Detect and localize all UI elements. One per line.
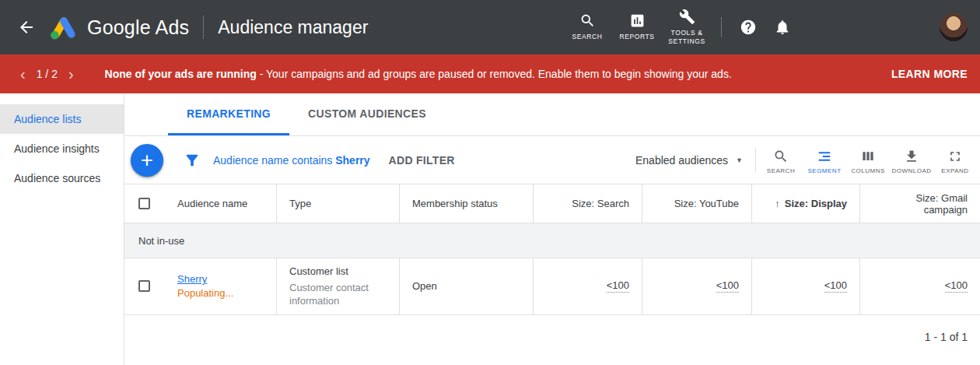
size-youtube-value[interactable]: <100 (716, 279, 739, 293)
size-display-value[interactable]: <100 (824, 279, 847, 293)
membership-status-cell: Open (400, 258, 534, 314)
size-gmail-cell: <100 (860, 258, 980, 314)
search-icon (579, 12, 596, 29)
topbar-tools-settings-label: TOOLS & SETTINGS (662, 29, 712, 47)
topbar-reports-label: REPORTS (619, 33, 654, 41)
filter-value: Sherry (335, 154, 369, 167)
topbar-search-button[interactable]: SEARCH (562, 12, 612, 41)
type-detail: Customer contact information (289, 281, 387, 308)
audience-name-link[interactable]: Sherry (177, 273, 233, 285)
help-icon[interactable] (731, 12, 765, 43)
size-youtube-cell: <100 (642, 258, 752, 314)
topbar-left: Google Ads Audience manager (17, 16, 368, 40)
bar-chart-icon (629, 12, 646, 29)
add-audience-button[interactable]: + (131, 144, 163, 177)
sidebar-item-audience-insights[interactable]: Audience insights (0, 134, 124, 163)
segment-icon (817, 149, 832, 164)
segment-label: SEGMENT (807, 167, 841, 174)
size-search-cell: <100 (534, 258, 642, 314)
header-size-search[interactable]: Size: Search (534, 184, 642, 223)
tab-bar: REMARKETING CUSTOM AUDIENCES (124, 93, 980, 136)
sidebar-item-audience-sources[interactable]: Audience sources (0, 163, 124, 193)
topbar-reports-button[interactable]: REPORTS (612, 12, 662, 41)
main-panel: REMARKETING CUSTOM AUDIENCES + Audience … (124, 93, 980, 365)
type-cell: Customer list Customer contact informati… (277, 258, 400, 314)
filter-funnel-icon[interactable] (184, 152, 201, 169)
brand-name: Google Ads (87, 16, 189, 39)
header-type[interactable]: Type (277, 184, 400, 223)
tab-remarketing[interactable]: REMARKETING (168, 93, 289, 135)
add-filter-button[interactable]: ADD FILTER (389, 154, 455, 167)
google-ads-logo-icon (50, 16, 78, 40)
size-gmail-value[interactable]: <100 (945, 279, 968, 293)
table-row: Sherry Populating... Customer list Custo… (124, 258, 980, 315)
banner-message-bold: None of your ads are running (105, 68, 257, 80)
sort-ascending-icon: ↑ (775, 198, 780, 209)
membership-status-value: Open (412, 280, 437, 292)
audience-filter-value: Enabled audiences (635, 154, 728, 167)
header-membership-status[interactable]: Membership status (400, 184, 534, 223)
toolbar: + Audience name contains Sherry ADD FILT… (124, 136, 980, 184)
notification-banner: ‹ 1 / 2 › None of your ads are running -… (0, 54, 980, 93)
topbar: Google Ads Audience manager SEARCH REPOR… (0, 0, 980, 54)
page-title: Audience manager (218, 17, 368, 38)
learn-more-button[interactable]: LEARN MORE (891, 68, 968, 80)
pager-next-icon[interactable]: › (61, 66, 82, 82)
table-search-label: SEARCH (767, 167, 795, 174)
table-footer: 1 - 1 of 1 (124, 315, 980, 343)
populating-status: Populating... (177, 287, 233, 299)
expand-button[interactable]: EXPAND (933, 146, 977, 174)
group-label: Not in-use (138, 235, 184, 247)
expand-label: EXPAND (941, 167, 968, 174)
expand-icon (947, 149, 963, 164)
table-search-button[interactable]: SEARCH (759, 146, 803, 174)
size-search-value[interactable]: <100 (607, 279, 629, 293)
download-button[interactable]: DOWNLOAD (890, 146, 933, 174)
back-arrow-icon[interactable] (17, 18, 36, 37)
download-icon (904, 149, 919, 164)
filter-label: Audience name contains (213, 154, 332, 167)
sidebar: Audience lists Audience insights Audienc… (0, 93, 124, 365)
topbar-tools-settings-button[interactable]: TOOLS & SETTINGS (662, 9, 712, 47)
download-label: DOWNLOAD (891, 167, 931, 174)
avatar[interactable] (940, 13, 968, 41)
columns-label: COLUMNS (851, 167, 885, 174)
topbar-right: SEARCH REPORTS TOOLS & SETTINGS (562, 9, 968, 47)
topbar-search-label: SEARCH (572, 33, 602, 41)
wrench-icon (679, 9, 695, 25)
columns-icon (860, 149, 876, 164)
header-size-display[interactable]: ↑ Size: Display (752, 184, 860, 223)
banner-message: None of your ads are running - Your camp… (105, 68, 879, 80)
row-checkbox[interactable] (138, 280, 150, 292)
search-icon (773, 149, 789, 164)
header-size-gmail[interactable]: Size: Gmail campaign (860, 184, 980, 223)
notifications-bell-icon[interactable] (765, 12, 800, 43)
active-filter-chip[interactable]: Audience name contains Sherry (213, 154, 370, 167)
sidebar-item-audience-lists[interactable]: Audience lists (0, 104, 124, 134)
header-size-youtube[interactable]: Size: YouTube (642, 184, 752, 223)
banner-pager: ‹ 1 / 2 › (12, 66, 82, 82)
table-header: Audience name Type Membership status Siz… (124, 184, 980, 223)
audience-filter-dropdown[interactable]: Enabled audiences ▼ (635, 154, 743, 167)
header-audience-name[interactable]: Audience name (165, 184, 277, 223)
columns-button[interactable]: COLUMNS (846, 146, 890, 174)
chevron-down-icon: ▼ (736, 156, 743, 164)
row-checkbox-cell (124, 258, 165, 314)
segment-button[interactable]: SEGMENT (803, 146, 846, 174)
pager-prev-icon[interactable]: ‹ (12, 66, 33, 82)
type-value: Customer list (289, 265, 387, 279)
header-size-display-label: Size: Display (785, 198, 847, 209)
size-display-cell: <100 (752, 258, 860, 314)
topbar-right-divider (721, 17, 722, 37)
topbar-divider (203, 16, 204, 39)
audience-name-cell: Sherry Populating... (165, 258, 277, 314)
select-all-checkbox[interactable] (138, 198, 150, 209)
pager-label: 1 / 2 (37, 68, 58, 80)
tab-custom-audiences[interactable]: CUSTOM AUDIENCES (289, 93, 445, 135)
pagination-label: 1 - 1 of 1 (925, 331, 968, 343)
header-checkbox-cell (124, 184, 165, 223)
table-group-row: Not in-use (124, 223, 980, 258)
banner-message-rest: - Your campaigns and ad groups are pause… (257, 68, 732, 80)
content: Audience lists Audience insights Audienc… (0, 93, 980, 365)
toolbar-divider (755, 149, 756, 172)
